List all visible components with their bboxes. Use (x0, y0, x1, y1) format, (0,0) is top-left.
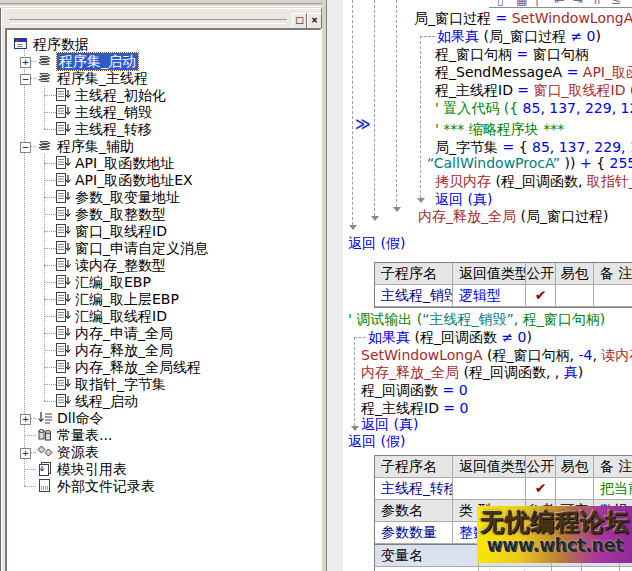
tree-item-23[interactable]: +资源表 (7, 444, 320, 461)
table-header-cell: 公开 (526, 263, 556, 285)
program-data-tree[interactable]: 程序数据+程序集_启动−程序集_主线程主线程_初始化主线程_销毁主线程_转移−程… (5, 28, 322, 571)
tree-item-label: 参数_取整数型 (75, 206, 166, 223)
tree-item-16[interactable]: 内存_申请_全局 (7, 325, 320, 342)
tree-item-25[interactable]: 外部文件记录表 (7, 478, 320, 495)
code-line-19[interactable]: 返回 (真) (361, 416, 418, 433)
code-line-5[interactable]: ' 置入代码 ({ 85, 137, 229, 129, (435, 100, 632, 117)
tree-item-15[interactable]: 汇编_取线程ID (7, 308, 320, 325)
tree-item-19[interactable]: 取指针_字节集 (7, 376, 320, 393)
code-line-10[interactable]: 返回 (真) (435, 191, 492, 208)
expand-icon[interactable]: + (20, 414, 31, 425)
tree-item-6[interactable]: API_取函数地址 (7, 155, 320, 172)
table-cell[interactable]: 局 (375, 567, 479, 571)
tree-item-13[interactable]: 汇编_取EBP (7, 274, 320, 291)
code-line-7[interactable]: 局_字节集 = { 85, 137, 229, 129 (435, 139, 632, 156)
flow-guide-line (354, 337, 356, 426)
editor-gutter (327, 0, 343, 571)
toolbar-icon-fragment-3[interactable]: ⇤ (554, 0, 564, 7)
code-line-1[interactable]: 如果真 (局_窗口过程 ≠ 0) (437, 28, 601, 45)
code-segment: 真 (564, 364, 578, 380)
tree-item-5[interactable]: −程序集_辅助 (7, 138, 320, 155)
code-line-8[interactable]: “CallWindowProcA” )) + { 255, (427, 155, 632, 172)
tree-item-1[interactable]: −程序集_主线程 (7, 70, 320, 87)
code-line-13[interactable]: ' 调试输出 (“主线程_销毁”, 程_窗口句柄) (348, 311, 605, 328)
code-line-0[interactable]: 局_窗口过程 = SetWindowLongA (窗口句柄 (414, 10, 632, 27)
sub-icon (55, 274, 71, 290)
code-line-3[interactable]: 程_SendMessageA = API_取函数地址 ( (435, 64, 632, 81)
tree-item-24[interactable]: 模块引用表 (7, 461, 320, 478)
tree-item-2[interactable]: 主线程_初始化 (7, 87, 320, 104)
table-cell[interactable]: ✔ (526, 478, 556, 500)
asm-icon (37, 70, 53, 86)
tree-item-12[interactable]: 读内存_整数型 (7, 257, 320, 274)
code-line-4[interactable]: 程_主线程ID = 窗口_取线程ID (程 (435, 82, 632, 99)
tree-root-row[interactable]: 程序数据 (7, 36, 320, 53)
toolbar-icon-fragment-5[interactable]: ⇈ (592, 0, 602, 7)
tree-item-14[interactable]: 汇编_取上层EBP (7, 291, 320, 308)
code-line-9[interactable]: 拷贝内存 (程_回调函数, 取指针_字 (435, 173, 632, 190)
table-cell[interactable] (552, 567, 582, 571)
table-cell[interactable]: 参数数量 (375, 522, 453, 544)
expand-icon[interactable]: + (20, 448, 31, 459)
code-line-6[interactable]: ' *** 缩略程序块 *** (435, 121, 564, 138)
code-line-17[interactable]: 程_回调函数 = 0 (361, 382, 468, 399)
code-line-15[interactable]: SetWindowLongA (程_窗口句柄, -4, 读内存 (361, 347, 632, 364)
table-cell[interactable] (556, 478, 594, 500)
sub-icon (55, 172, 71, 188)
tree-item-0[interactable]: +程序集_启动 (7, 53, 320, 70)
toolbar-separator[interactable]: | (535, 0, 539, 7)
tree-item-8[interactable]: 参数_取变量地址 (7, 189, 320, 206)
tree-item-11[interactable]: 窗口_申请自定义消息 (7, 240, 320, 257)
table-cell[interactable]: 主线程_销毁 (375, 285, 453, 307)
code-line-2[interactable]: 程_窗口句柄 = 窗口句柄 (435, 46, 589, 63)
tree-item-label: 汇编_取EBP (75, 274, 151, 291)
code-line-20[interactable]: 返回 (假) (348, 433, 405, 450)
code-segment: )) (560, 155, 580, 171)
code-line-18[interactable]: 程_主线程ID = 0 (361, 400, 468, 417)
close-button[interactable]: × (307, 13, 322, 29)
table-cell[interactable] (582, 567, 620, 571)
tree-item-22[interactable]: 常量表... (7, 427, 320, 444)
toolbar-icon-fragment-1[interactable]: ▯ (497, 0, 504, 7)
table-cell[interactable] (556, 285, 594, 307)
tree-item-9[interactable]: 参数_取整数型 (7, 206, 320, 223)
tree-item-18[interactable]: 内存_释放_全局线程 (7, 359, 320, 376)
code-segment: (程_回调函数, (491, 173, 587, 189)
table-cell[interactable] (620, 567, 632, 571)
sub-icon (55, 104, 71, 120)
table-header-cell: 备 注 (594, 263, 632, 285)
toolbar-icon-fragment-2[interactable]: ▦ (516, 0, 527, 7)
table-cell[interactable]: 主线程_转移 (375, 478, 453, 500)
tree-item-20[interactable]: 线程_启动 (7, 393, 320, 410)
maximize-button[interactable]: □ (292, 13, 307, 29)
table-cell[interactable]: 整数型 (479, 567, 552, 571)
panel-drag-gripper[interactable] (9, 19, 287, 24)
table-cell[interactable] (594, 285, 632, 307)
panel-titlebar[interactable]: □ × (3, 11, 319, 29)
collapse-icon[interactable]: − (20, 142, 31, 153)
code-line-14[interactable]: 如果真 (程_回调函数 ≠ 0) (368, 329, 532, 346)
table-cell[interactable] (453, 478, 526, 500)
table-cell[interactable]: 把当前 (594, 478, 632, 500)
tree-stub-line (24, 469, 36, 471)
tree-item-7[interactable]: API_取函数地址EX (7, 172, 320, 189)
code-segment: 内存_释放_全局 (418, 208, 516, 224)
expand-icon[interactable]: + (20, 57, 31, 68)
tree-item-21[interactable]: +Dll命令 (7, 410, 320, 427)
code-segment: 85, 137, 229, 129, (523, 100, 632, 116)
toolbar-icon-fragment-4[interactable]: ⇥ (573, 0, 583, 7)
tree-item-17[interactable]: 内存_释放_全局 (7, 342, 320, 359)
toolbar-icon-fragment-6[interactable]: ≤ (611, 0, 621, 7)
code-line-12[interactable]: 返回 (假) (348, 235, 405, 252)
collapse-icon[interactable]: − (20, 74, 31, 85)
code-segment: 如果真 (437, 28, 479, 44)
tree-item-3[interactable]: 主线程_销毁 (7, 104, 320, 121)
code-segment: (程 (625, 82, 632, 98)
table-cell[interactable]: ✔ (526, 285, 556, 307)
code-line-16[interactable]: 内存_释放_全局 (程_回调函数, , 真) (361, 364, 583, 381)
code-line-11[interactable]: 内存_释放_全局 (局_窗口过程) (418, 208, 608, 225)
tree-item-4[interactable]: 主线程_转移 (7, 121, 320, 138)
tree-item-10[interactable]: 窗口_取线程ID (7, 223, 320, 240)
table-cell[interactable]: 逻辑型 (453, 285, 526, 307)
code-segment: 局_字节集 (435, 139, 502, 155)
